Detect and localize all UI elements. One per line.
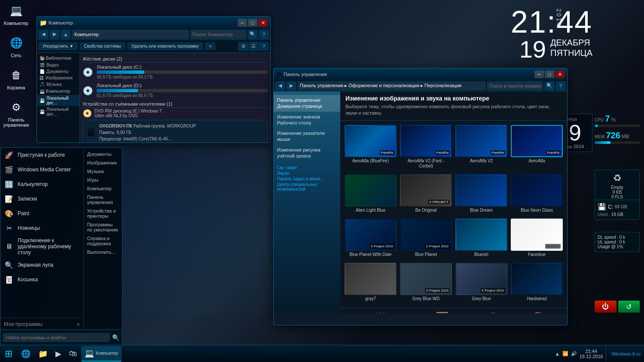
explorer-organize-button[interactable]: Упорядочить ▼	[39, 43, 77, 50]
start-right-cpanel[interactable]: Панель управления	[84, 193, 122, 207]
power-widget[interactable]: ⏻ ↺	[595, 301, 640, 313]
explorer-forward-button[interactable]: ▶	[50, 30, 59, 39]
explorer-search-button[interactable]: 🔍	[248, 30, 257, 39]
theme-gray7[interactable]: gray7	[345, 263, 397, 304]
theme-aeroalfa-v2[interactable]: PaintRa AeroAlfa V2	[455, 125, 507, 171]
explorer-view-help2-button[interactable]: ?	[259, 42, 269, 51]
explorer-up-button[interactable]: ▲	[61, 30, 70, 39]
cpanel-forward-button[interactable]: ▶	[287, 82, 296, 90]
restart-button[interactable]: ↺	[618, 301, 640, 313]
theme-faceblue[interactable]: faceblue Faceblue	[511, 219, 563, 259]
sidebar-item-images[interactable]: 🖼Изображения	[37, 75, 79, 81]
start-item-sticky-notes[interactable]: 📝 Записки	[0, 192, 83, 206]
cpanel-back-button[interactable]: ◀	[275, 82, 285, 90]
theme-aeroalfa-bluefire[interactable]: PaintRa AeroAlfa (BlueFire)	[345, 125, 397, 171]
cpanel-window-controls[interactable]: ─ □ ✕	[534, 70, 565, 78]
see-also-taskbar[interactable]: Панель задач и меню…	[277, 176, 337, 181]
cpanel-search-button[interactable]: 🔍	[545, 82, 554, 90]
cpanel-nav-icons[interactable]: Изменение значков Рабочего стола	[274, 112, 340, 128]
start-item-calculator[interactable]: 🔢 Калькулятор	[0, 177, 83, 192]
disk-d-item[interactable]: 💿 Локальный диск (D:) 61,6 ГБ свободно и…	[82, 83, 268, 98]
explorer-address-bar[interactable]	[72, 30, 189, 39]
cpanel-search-input[interactable]	[487, 82, 543, 90]
start-right-music[interactable]: Музыка	[84, 167, 122, 176]
dvd-item[interactable]: 📀 DVD RW дисковод (E:) Windows 7 Ultim x…	[82, 109, 268, 118]
taskbar-btn-explorer[interactable]: 📁	[35, 346, 51, 362]
taskbar-btn-store[interactable]: 🛍	[66, 346, 80, 362]
theme-aeroalfa-v2-font[interactable]: PaintRa AeroAlfa V2 (Font - Corbel)	[400, 125, 452, 171]
desktop-icon-network[interactable]: 🌐 Сеть	[2, 34, 30, 58]
desktop-icon-cpanel[interactable]: ⚙ Панель управления	[2, 99, 30, 128]
explorer-search-input[interactable]	[190, 30, 246, 39]
cpanel-see-also[interactable]: См. также Экран Панель задач и меню… Цен…	[274, 163, 340, 194]
sidebar-item-video[interactable]: 🎬Видео	[37, 62, 79, 68]
start-search-input[interactable]	[3, 333, 110, 342]
explorer-system-props-button[interactable]: Свойства системы	[80, 43, 125, 50]
start-right-run[interactable]: Выполнить...	[84, 248, 122, 256]
taskbar-btn-ie[interactable]: 🌐	[18, 346, 34, 362]
theme-hardwired[interactable]: Hardwired	[511, 263, 563, 304]
start-right-help[interactable]: Справка и поддержка	[84, 234, 122, 248]
explorer-view-large-button[interactable]: ⊞	[238, 42, 248, 51]
explorer-close-button[interactable]: ✕	[258, 19, 268, 27]
theme-blue-planet-date[interactable]: X Project 2010 Blue Planet With Date	[345, 219, 397, 259]
desktop-icon-computer[interactable]: 💻 Компьютер	[2, 2, 30, 26]
start-right-computer[interactable]: Компьютер	[84, 184, 122, 193]
theme-be-original[interactable]: X PROJECT Be Original	[400, 174, 452, 215]
sidebar-item-disk-d[interactable]: 💾Локальный дис…	[37, 106, 79, 117]
tray-arrow[interactable]: ▲	[555, 351, 560, 356]
taskbar-btn-media[interactable]: ▶	[52, 346, 65, 362]
explorer-help-button[interactable]: ?	[259, 30, 269, 39]
cpanel-nav-home[interactable]: Панель управления Домашняя страница	[274, 95, 340, 112]
cpanel-bottom-sounds[interactable]: 🎵 Звуки	[484, 312, 497, 313]
cpanel-bottom-screensaver[interactable]: 🚫 Заставка	[529, 312, 547, 313]
explorer-maximize-button[interactable]: □	[248, 19, 257, 27]
start-item-media-center[interactable]: 🎬 Windows Media Center	[0, 162, 83, 177]
cpanel-help-button[interactable]: ?	[556, 82, 565, 90]
sidebar-item-disk-c[interactable]: 💾Локальный дис…	[37, 95, 79, 106]
theme-grey-blue-wd[interactable]: X Project 2010 Grey Blue WD	[400, 263, 452, 304]
start-item-scissors[interactable]: ✂ Ножницы	[0, 221, 83, 235]
theme-aeroalfa[interactable]: PaintRa AeroAlfa	[511, 125, 563, 171]
taskbar-start-button[interactable]: ⊞	[0, 345, 17, 362]
start-right-devices[interactable]: Устройства и принтеры	[84, 207, 122, 220]
start-item-paint[interactable]: 🎨 Paint	[0, 206, 83, 221]
cpanel-nav-mouse[interactable]: Изменение указателя мыши	[274, 128, 340, 145]
taskbar-btn-computer-active[interactable]: 💻 Компьютер	[81, 346, 122, 362]
disk-c-item[interactable]: 💿 Локальный диск (C:) 48,8 ГБ свободно и…	[82, 64, 268, 79]
theme-blueish[interactable]: Blueish	[455, 219, 507, 259]
theme-alien-blue[interactable]: Alien Light Blue	[345, 174, 397, 215]
cpanel-maximize-button[interactable]: □	[545, 70, 554, 78]
cpanel-bottom-wallpaper[interactable]: 🖼 Фон Рабочего стола	[360, 312, 400, 313]
sidebar-item-docs[interactable]: 📄Документы	[37, 68, 79, 75]
explorer-uninstall-button[interactable]: Удалить или изменить программу	[128, 43, 203, 50]
start-right-images[interactable]: Изображения	[84, 158, 122, 167]
cpanel-address-bar[interactable]	[298, 82, 485, 90]
show-desktop-button[interactable]	[606, 346, 609, 362]
start-right-default-programs[interactable]: Программы по умолчанию	[84, 220, 122, 234]
theme-blue-neon[interactable]: Blue Neon Glass	[511, 174, 563, 215]
start-item-remote-desktop[interactable]: 🖥 Подключение к удалённому рабочему стол…	[0, 235, 83, 258]
explorer-view-list-button[interactable]: ☰	[249, 42, 258, 51]
theme-blue-dream[interactable]: Blue Dream	[455, 174, 507, 215]
start-item-getting-started[interactable]: 🚀 Приступая к работе	[0, 148, 83, 162]
see-also-accessibility[interactable]: Центр специальных возможностей	[277, 181, 337, 192]
theme-grey-blue[interactable]: X Project 2010 Grey Blue	[455, 263, 507, 304]
explorer-back-button[interactable]: ◀	[39, 30, 48, 39]
start-right-games[interactable]: Игры	[84, 176, 122, 184]
start-search-icon[interactable]: 🔍	[112, 334, 119, 341]
shutdown-button[interactable]: ⏻	[595, 301, 617, 313]
cpanel-minimize-button[interactable]: ─	[534, 70, 544, 78]
explorer-more-button[interactable]: »	[205, 43, 216, 50]
cpanel-bottom-color[interactable]: 🪟 Цвет окна	[432, 312, 452, 313]
taskbar-clock[interactable]: 21:44 19.12.2016	[580, 349, 603, 359]
sidebar-item-music[interactable]: 🎵Музыка	[37, 81, 79, 88]
start-right-docs[interactable]: Документы	[84, 150, 122, 158]
theme-blue-planet[interactable]: X Project 2010 Blue Planet	[400, 219, 452, 259]
explorer-window-controls[interactable]: ─ □ ✕	[238, 19, 268, 27]
cpanel-nav-account-pic[interactable]: Изменение рисунка учётной записи	[274, 145, 340, 161]
desktop-icon-recycle[interactable]: 🗑 Корзина	[2, 67, 30, 90]
see-also-screen[interactable]: Экран	[277, 170, 337, 176]
explorer-minimize-button[interactable]: ─	[238, 19, 247, 27]
start-item-magnifier[interactable]: 🔍 Экранная лупа	[0, 258, 83, 272]
